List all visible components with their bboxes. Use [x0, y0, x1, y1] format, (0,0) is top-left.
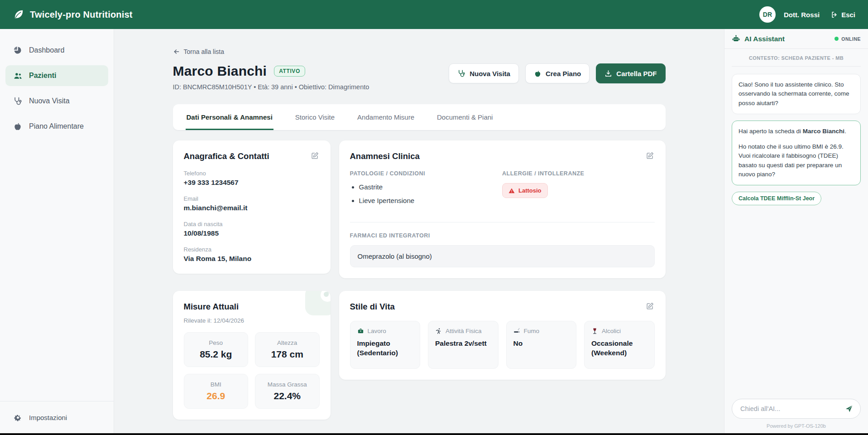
card-anagrafica: Anagrafica & Contatti Telefono +39 333 1… [173, 140, 331, 274]
logout-icon [830, 11, 838, 19]
sidebar-item-nuova-visita[interactable]: Nuova Visita [5, 91, 108, 111]
stat-massa-grassa: Massa Grassa 22.4% [255, 374, 320, 409]
apple-icon [534, 70, 542, 77]
ai-footer-note: Powered by GPT-OS-120b [724, 420, 868, 433]
edit-icon[interactable] [311, 151, 320, 160]
tabbar: Dati Personali & Anamnesi Storico Visite… [173, 104, 666, 130]
gear-icon [13, 412, 23, 422]
ai-chat-input[interactable] [732, 399, 861, 419]
stethoscope-icon [457, 69, 465, 77]
download-icon [604, 70, 612, 77]
list-item: Lieve Ipertensione [359, 197, 503, 204]
field-data-nascita: Data di nascita 10/08/1985 [184, 221, 320, 237]
sidebar-item-pazienti[interactable]: Pazienti [5, 65, 108, 86]
page-title: Marco Bianchi [173, 63, 267, 79]
wine-glass-icon [591, 328, 598, 334]
suggestion-chip-tdee[interactable]: Calcola TDEE Mifflin-St Jeor [732, 192, 821, 205]
sidebar: Dashboard Pazienti Nuova Visita Piano Al… [0, 29, 114, 433]
topbar: Twicely-pro Nutritionist DR Dott. Rossi … [0, 0, 868, 29]
edit-icon[interactable] [646, 302, 655, 311]
ai-panel-title: AI Assistant [744, 35, 785, 43]
status-badge: ATTIVO [274, 66, 305, 77]
ai-context-label: CONTESTO: SCHEDA PAZIENTE - MB [732, 49, 861, 67]
card-anamnesi: Anamnesi Clinica PATOLOGIE / CONDIZIONI … [339, 140, 666, 278]
stethoscope-icon [13, 96, 23, 106]
warning-icon [508, 188, 515, 194]
window-bottom-edge [0, 433, 868, 435]
tab-storico-visite[interactable]: Storico Visite [294, 104, 336, 130]
ai-message-highlight: Hai aperto la scheda di Marco Bianchi. H… [732, 121, 861, 185]
arrow-left-icon [173, 48, 180, 55]
patologie-label: PATOLOGIE / CONDIZIONI [350, 170, 503, 177]
misure-date: Rilevate il: 12/04/2026 [184, 317, 320, 324]
cigarette-icon [513, 328, 520, 334]
life-fumo: Fumo No [506, 321, 577, 369]
card-anagrafica-title: Anagrafica & Contatti [184, 151, 269, 161]
user-name: Dott. Rossi [784, 11, 820, 19]
online-dot-icon [834, 37, 839, 41]
create-plan-button[interactable]: Crea Piano [525, 63, 590, 83]
briefcase-icon [357, 328, 364, 334]
card-misure: Misure Attuali Rilevate il: 12/04/2026 P… [173, 291, 331, 420]
send-icon[interactable] [844, 404, 854, 413]
card-stile-title: Stile di Vita [350, 302, 395, 312]
robot-icon [732, 34, 740, 43]
field-email: Email m.bianchi@email.it [184, 195, 320, 212]
users-icon [13, 71, 23, 81]
sidebar-item-dashboard[interactable]: Dashboard [5, 40, 108, 61]
farmaci-label: FARMACI ED INTEGRATORI [350, 232, 655, 239]
back-to-list-link[interactable]: Torna alla lista [173, 48, 225, 55]
allergie-label: ALLERGIE / INTOLLERANZE [502, 170, 655, 177]
pie-chart-icon [13, 45, 23, 55]
field-residenza: Residenza Via Roma 15, Milano [184, 246, 320, 263]
life-lavoro: Lavoro Impiegato (Sedentario) [350, 321, 421, 369]
ai-assistant-panel: AI Assistant ONLINE CONTESTO: SCHEDA PAZ… [724, 29, 868, 433]
patologie-list: Gastrite Lieve Ipertensione [359, 183, 503, 204]
stat-altezza: Altezza 178 cm [255, 332, 320, 367]
life-attivita-fisica: Attività Fisica Palestra 2v/sett [428, 321, 499, 369]
runner-icon [435, 328, 442, 334]
brand: Twicely-pro Nutritionist [13, 9, 133, 20]
scale-decor-icon [305, 291, 331, 315]
life-alcolici: Alcolici Occasionale (Weekend) [584, 321, 655, 369]
main-content: Torna alla lista Marco Bianchi ATTIVO ID… [114, 29, 724, 433]
logout-button[interactable]: Esci [830, 11, 855, 19]
leaf-logo-icon [13, 9, 24, 20]
edit-icon[interactable] [646, 151, 655, 160]
card-stile-di-vita: Stile di Vita Lavoro [339, 291, 666, 380]
list-item: Gastrite [359, 183, 503, 191]
sidebar-item-impostazioni[interactable]: Impostazioni [5, 407, 108, 428]
allergy-badge: Lattosio [502, 183, 548, 198]
card-misure-title: Misure Attuali [184, 302, 239, 312]
stat-bmi: BMI 26.9 [184, 374, 249, 409]
pdf-folder-button[interactable]: Cartella PDF [596, 63, 665, 83]
app-title: Twicely-pro Nutritionist [30, 10, 133, 20]
online-status: ONLINE [834, 36, 861, 42]
tab-dati-personali[interactable]: Dati Personali & Anamnesi [186, 104, 273, 130]
patient-meta: ID: BNCMRC85M10H501Y • Età: 39 anni • Ob… [173, 83, 369, 91]
chat-messages: Ciao! Sono il tuo assistente clinico. St… [724, 67, 868, 394]
field-telefono: Telefono +39 333 1234567 [184, 170, 320, 187]
ai-message: Ciao! Sono il tuo assistente clinico. St… [732, 74, 861, 114]
card-anamnesi-title: Anamnesi Clinica [350, 151, 420, 161]
stat-peso: Peso 85.2 kg [184, 332, 249, 367]
sidebar-item-piano-alimentare[interactable]: Piano Alimentare [5, 116, 108, 137]
farmaci-value: Omeprazolo (al bisogno) [350, 245, 655, 267]
new-visit-button[interactable]: Nuova Visita [449, 63, 519, 83]
tab-documenti-piani[interactable]: Documenti & Piani [436, 104, 494, 130]
divider [350, 222, 655, 222]
avatar[interactable]: DR [759, 6, 776, 23]
apple-icon [13, 121, 23, 131]
tab-andamento-misure[interactable]: Andamento Misure [356, 104, 415, 130]
